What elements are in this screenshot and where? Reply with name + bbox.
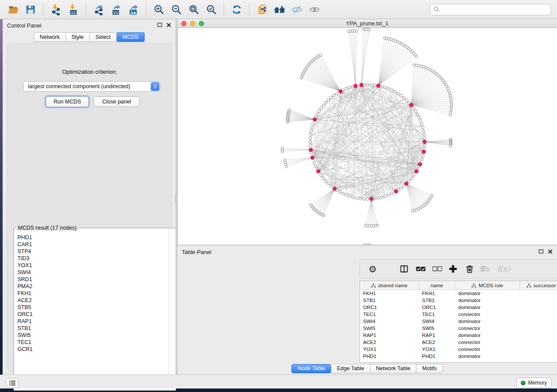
column-header-shared-name[interactable]: shared name [360,281,419,290]
export-network-icon[interactable] [92,3,105,16]
tab-style[interactable]: Style [66,32,90,42]
network-view[interactable] [177,28,557,244]
first-neighbors-icon[interactable] [273,3,286,16]
search-box[interactable] [430,4,551,15]
table-cell: TEC1 [360,311,419,318]
criterion-dropdown[interactable]: largest connected component (undirected) [23,81,160,92]
mcds-result-item[interactable]: GCR1 [17,346,168,353]
network-window-title: YPA_prune.txt_1 [177,20,557,27]
table-row[interactable]: ACE2ACE2connector311 [360,339,557,346]
show-columns-icon[interactable] [397,265,412,273]
export-table-icon[interactable] [110,3,123,16]
table-row[interactable]: FKH1FKH1dominator962 [360,290,557,297]
zoom-selected-icon[interactable] [205,3,218,16]
select-all-icon[interactable] [413,266,428,272]
tab-select[interactable]: Select [90,32,117,42]
mcds-result-item[interactable]: SRD1 [17,276,168,283]
mcds-list-scrollbar[interactable] [169,228,175,389]
status-bar [0,375,557,389]
mcds-result-item[interactable]: STB1 [17,325,168,332]
mcds-result-item[interactable]: SWI4 [17,269,168,276]
table-row[interactable]: STB1STB1dominator620 [360,297,557,304]
close-panel-icon[interactable] [548,249,553,254]
column-header-successor-nodes[interactable]: successor nodes [520,281,557,290]
hide-selected-icon[interactable] [291,3,304,16]
delete-table-icon[interactable] [478,266,493,272]
table-cell: dominator [455,353,520,360]
zoom-fit-icon[interactable] [187,3,201,16]
tab-network-table[interactable]: Network Table [370,364,417,373]
table-cell: SWI5 [419,325,455,332]
mcds-result-item[interactable]: SWI5 [17,332,168,339]
mcds-result-item[interactable]: STP4 [17,248,168,255]
mcds-result-item[interactable]: CAR1 [17,241,168,248]
mcds-result-item[interactable]: ORC1 [17,311,168,318]
attribute-icon [371,283,376,288]
table-row[interactable]: PHD1PHD1dominator180 [360,353,557,360]
toolbar-separator [43,3,44,16]
clone-network-icon[interactable] [256,3,269,16]
import-table-icon[interactable] [67,3,80,16]
mcds-result-item[interactable]: ACE2 [17,297,168,304]
table-cell: 31 [520,339,557,346]
table-settings-gear-icon[interactable]: ⚙ [365,265,380,274]
tab-edge-table[interactable]: Edge Table [331,364,370,373]
zoom-in-icon[interactable] [152,3,166,16]
mcds-result-item[interactable]: PHD1 [17,234,168,241]
export-image-icon[interactable] [127,3,140,16]
mcds-result-item[interactable]: PMA2 [17,283,168,290]
zoom-out-icon[interactable] [170,3,183,16]
mcds-result-item[interactable]: TID3 [17,255,168,262]
tab-mcds[interactable]: MCDS [117,32,145,42]
mcds-result-item[interactable]: TEC1 [17,339,168,346]
table-cell: STB1 [360,297,419,304]
table-row[interactable]: RAP1RAP1dominator352 [360,332,557,339]
node-table-header: shared name name MCDS role successor nod… [360,281,557,290]
refresh-icon[interactable] [230,3,243,16]
table-cell: 43 [520,325,557,332]
column-header-name[interactable]: name [419,281,455,290]
float-panel-icon[interactable] [539,249,543,254]
table-row[interactable]: YOX1YOX1connector291 [360,346,557,353]
table-row[interactable]: ORC1ORC1dominator610 [360,304,557,311]
table-cell: connector [455,311,520,318]
table-row[interactable]: SWI5SWI5connector431 [360,325,557,332]
memory-button[interactable]: Memory [516,378,551,388]
table-toolbar: ⚙ f(x) [360,259,557,279]
import-network-icon[interactable] [49,3,62,16]
table-cell: TEC1 [419,311,455,318]
delete-column-icon[interactable] [462,265,477,273]
table-cell: PHD1 [360,353,419,360]
mcds-result-item[interactable]: YOX1 [17,262,168,269]
network-window-titlebar[interactable]: YPA_prune.txt_1 [177,19,557,28]
table-cell: ORC1 [360,304,419,311]
open-folder-icon[interactable] [7,3,20,16]
close-panel-icon[interactable] [166,23,171,28]
task-history-button[interactable] [6,378,18,388]
tab-motifs[interactable]: Motifs [416,364,443,373]
tab-network[interactable]: Network [34,32,66,42]
table-row[interactable]: TEC1TEC1connector472 [360,311,557,318]
mcds-result-item[interactable]: STB5 [17,304,168,311]
table-cell: dominator [455,290,520,297]
toolbar-separator [86,3,86,16]
run-mcds-button[interactable]: Run MCDS [46,96,89,107]
attribute-icon [471,283,476,288]
table-row[interactable]: SWI4SWI4dominator462 [360,318,557,325]
column-header-mcds-role[interactable]: MCDS role [455,281,520,290]
save-icon[interactable] [24,3,37,16]
close-panel-button[interactable]: Close panel [93,96,140,107]
search-input[interactable] [440,6,550,13]
table-cell: connector [455,325,520,332]
add-column-icon[interactable] [446,265,460,273]
table-cell: 61 [520,304,557,311]
tab-node-table[interactable]: Node Table [291,364,331,373]
toolbar-separator [146,3,147,16]
deselect-all-icon[interactable] [430,266,445,272]
mcds-result-item[interactable]: FKH1 [17,290,168,297]
float-panel-icon[interactable] [157,23,162,27]
mcds-result-list[interactable]: PHD1CAR1STP4TID3YOX1SWI4SRD1PMA2FKH1ACE2… [14,234,168,389]
show-all-icon[interactable] [308,3,321,16]
function-builder-icon[interactable]: f(x) [497,265,510,273]
mcds-result-item[interactable]: RAP1 [17,318,168,325]
